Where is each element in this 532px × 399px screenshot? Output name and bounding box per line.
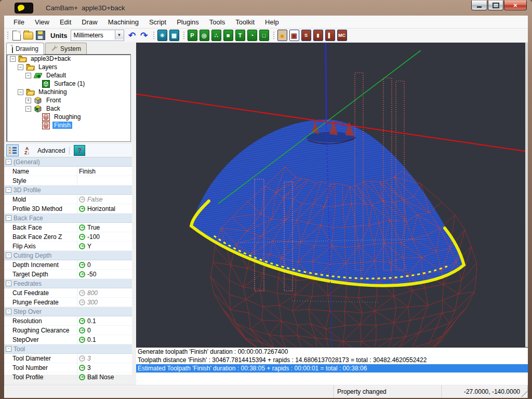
property-row-stepover[interactable]: StepOver➜0.1 [4, 335, 132, 344]
property-category-back-face[interactable]: −Back Face [4, 214, 132, 223]
menu-item-edit[interactable]: Edit [55, 17, 76, 28]
expander-minus-icon[interactable]: − [10, 56, 16, 62]
property-value-cell[interactable]: ➜Y [77, 242, 132, 250]
tree-item-default[interactable]: −Default [7, 71, 130, 79]
collapse-icon[interactable]: − [6, 187, 11, 193]
expander-minus-icon[interactable]: − [25, 106, 31, 112]
open-file-button[interactable] [23, 30, 34, 41]
categorized-view-button[interactable] [6, 144, 19, 156]
draw-text-button[interactable]: T [235, 30, 246, 41]
viewport-3d[interactable] [136, 43, 525, 347]
alphabetical-sort-button[interactable]: AZ↓ [21, 144, 33, 156]
toolbar-grip[interactable] [182, 31, 185, 40]
property-row-profile-3d-method[interactable]: Profile 3D Method➜Horizontal [4, 204, 132, 214]
tree-item-layers[interactable]: −Layers [7, 63, 130, 71]
tree-item-front[interactable]: +Front [7, 96, 130, 104]
draw-surface-button[interactable]: □ [259, 30, 270, 41]
property-value-cell[interactable]: ➜Horizontal [77, 204, 132, 213]
property-value-cell[interactable] [77, 176, 132, 185]
property-row-cut-feedrate[interactable]: Cut Feedrate➜800 [4, 288, 132, 298]
log-line-1[interactable]: Generate toolpath 'Finish' duration : 00… [136, 348, 528, 356]
property-value-cell[interactable]: ➜800 [77, 288, 132, 297]
property-row-roughing-clearance[interactable]: Roughing Clearance➜0 [4, 326, 132, 335]
property-category-step-over[interactable]: −Step Over [4, 307, 132, 316]
toggle-grid-button[interactable]: ▦ [169, 30, 180, 41]
panel-splitter[interactable] [132, 42, 136, 385]
toolbar-grip[interactable] [6, 31, 9, 40]
property-category-feedrates[interactable]: −Feedrates [4, 279, 132, 288]
new-file-button[interactable] [11, 30, 22, 41]
mop-pocket-button[interactable]: ▣ [289, 30, 300, 41]
property-row-back-face[interactable]: Back Face➜True [4, 223, 132, 232]
collapse-icon[interactable]: − [6, 346, 11, 352]
maximize-button[interactable] [488, 1, 503, 10]
collapse-icon[interactable]: − [6, 252, 11, 258]
menu-item-help[interactable]: Help [260, 17, 284, 28]
draw-arc-button[interactable]: ◔ [247, 30, 258, 41]
resize-grip[interactable] [521, 391, 527, 397]
minimize-button[interactable] [471, 1, 487, 10]
mop-drill-button[interactable]: ▮ [313, 30, 324, 41]
property-row-depth-increment[interactable]: Depth Increment➜0 [4, 260, 132, 270]
mop-engrave-button[interactable]: S [301, 30, 312, 41]
units-select[interactable]: Millimeters▼ [71, 30, 124, 41]
redo-button[interactable]: ↷ [139, 30, 150, 41]
log-line-3[interactable]: Estimated Toolpath 'Finish' duration : 0… [136, 364, 528, 373]
property-value-cell[interactable]: ➜0 [77, 260, 132, 269]
tree-item-machining[interactable]: −Machining [7, 88, 130, 96]
property-category-3d-profile[interactable]: −3D Profile [4, 185, 132, 195]
help-button[interactable]: ? [74, 145, 85, 156]
property-category-cutting-depth[interactable]: −Cutting Depth [4, 251, 132, 260]
property-row-style[interactable]: Style [4, 176, 132, 185]
draw-rectangle-button[interactable]: ■ [223, 30, 234, 41]
property-row-name[interactable]: NameFinish [4, 167, 132, 176]
property-value-cell[interactable]: ➜-100 [77, 232, 132, 241]
property-value-cell[interactable]: ➜True [77, 223, 132, 232]
tree-item-roughing[interactable]: Roughing [7, 113, 130, 121]
menu-item-machining[interactable]: Machining [103, 17, 144, 28]
draw-circle-button[interactable]: ◎ [199, 30, 210, 41]
collapse-icon[interactable]: − [6, 281, 11, 286]
viewport-canvas[interactable] [136, 43, 525, 347]
toolbar-grip[interactable] [272, 31, 275, 40]
tree-item-back[interactable]: −Back [7, 104, 130, 113]
property-category-tool[interactable]: −Tool [4, 344, 132, 354]
property-category--general-[interactable]: −(General) [4, 157, 132, 167]
property-value-cell[interactable]: ➜Ball Nose [77, 373, 132, 381]
tree-item-finish[interactable]: Finish [7, 121, 130, 129]
undo-button[interactable]: ↶ [127, 30, 138, 41]
property-row-tool-number[interactable]: Tool Number➜3 [4, 363, 132, 373]
property-value-cell[interactable]: ➜3 [77, 354, 132, 363]
mop-profile-button[interactable]: ● [277, 30, 288, 41]
draw-pointlist-button[interactable]: ∴ [211, 30, 222, 41]
expander-minus-icon[interactable]: − [18, 89, 23, 95]
property-value-cell[interactable]: ➜-50 [77, 270, 132, 278]
advanced-button[interactable]: Advanced [37, 147, 65, 154]
title-bar[interactable]: CamBam+ apple3D+back ✕ [0, 0, 532, 16]
save-file-button[interactable] [35, 30, 46, 41]
menu-item-tools[interactable]: Tools [204, 17, 230, 28]
menu-item-draw[interactable]: Draw [76, 17, 102, 28]
property-row-tool-profile[interactable]: Tool Profile➜Ball Nose [4, 373, 132, 382]
property-row-mold[interactable]: Mold➜False [4, 195, 132, 204]
tree-item-apple3d-back[interactable]: −apple3D+back [7, 55, 130, 63]
property-row-back-face-zero-z[interactable]: Back Face Zero Z➜-100 [4, 232, 132, 242]
property-value-cell[interactable]: ➜0.1 [77, 316, 132, 325]
property-value-cell[interactable]: Finish [77, 167, 132, 176]
expander-minus-icon[interactable]: − [18, 64, 23, 70]
toolbar-grip[interactable] [152, 31, 155, 40]
tree-item-surface-1-[interactable]: Surface (1) [7, 79, 130, 88]
mop-script-button[interactable]: MC [337, 30, 348, 41]
collapse-icon[interactable]: − [6, 215, 11, 221]
property-row-plunge-feedrate[interactable]: Plunge Feedrate➜300 [4, 298, 132, 307]
close-button[interactable]: ✕ [504, 1, 527, 10]
menu-item-view[interactable]: View [30, 17, 55, 28]
menu-item-plugins[interactable]: Plugins [171, 17, 204, 28]
property-value-cell[interactable]: ➜0 [77, 326, 132, 335]
tab-system[interactable]: System [45, 43, 87, 54]
property-value-cell[interactable]: ➜3 [77, 363, 132, 372]
property-row-target-depth[interactable]: Target Depth➜-50 [4, 270, 132, 279]
log-line-2[interactable]: Toolpath distance 'Finish' : 30467.78144… [136, 356, 528, 364]
mop-vcarve-button[interactable]: ▌ [325, 30, 336, 41]
property-row-tool-diameter[interactable]: Tool Diameter➜3 [4, 354, 132, 363]
